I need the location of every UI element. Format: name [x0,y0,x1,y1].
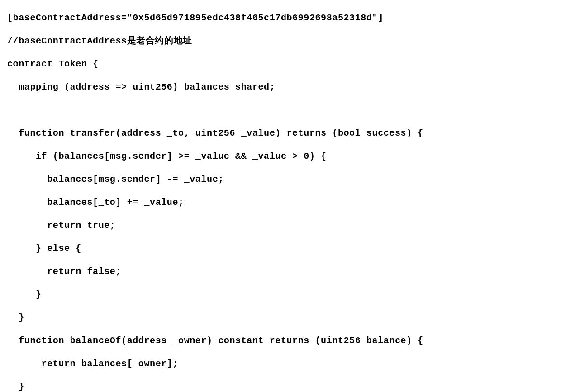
code-block: [baseContractAddress="0x5d65d971895edc43… [0,0,561,392]
